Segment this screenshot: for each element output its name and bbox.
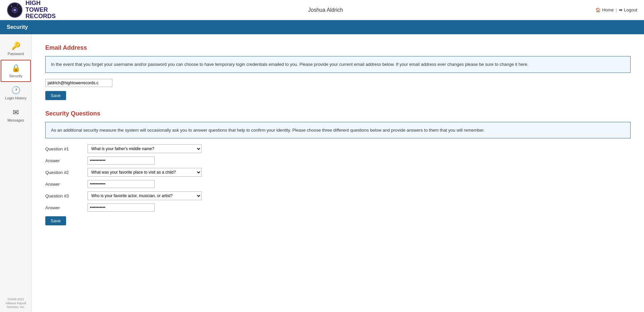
sidebar-item-login-history[interactable]: 🕐 Login History [1, 82, 31, 104]
key-icon: 🔑 [11, 42, 20, 50]
history-icon: 🕐 [11, 86, 20, 95]
sq-info-box: As an additional security measure the sy… [45, 122, 631, 139]
sidebar-item-password[interactable]: 🔑 Password [1, 38, 31, 60]
email-save-button[interactable]: Save [45, 91, 66, 100]
svg-text:★: ★ [19, 7, 20, 8]
sq-answer-label-2: Answer [45, 182, 82, 187]
layout: 🔑 Password 🔒 Security 🕐 Login History ✉ … [0, 34, 644, 312]
logo-icon: ★ ★ ★ [7, 2, 23, 18]
nav-divider: | [616, 7, 617, 12]
sidebar-item-messages-label: Messages [7, 118, 24, 122]
svg-text:★: ★ [17, 4, 18, 6]
email-address-section: Email Address In the event that you forg… [45, 44, 631, 100]
header: ★ ★ ★ HIGH TOWER RECORDS Joshua Aldrich … [0, 0, 644, 20]
sq-label-2: Question #2 [45, 170, 82, 175]
header-nav: 🏠 Home | ➡ Logout [595, 7, 637, 12]
sidebar-item-password-label: Password [8, 52, 24, 56]
sq-row-1: Question #1 What is your father's middle… [45, 144, 280, 153]
email-form-row [45, 79, 631, 87]
security-questions-section: Security Questions As an additional secu… [45, 110, 631, 226]
logout-link[interactable]: ➡ Logout [619, 7, 637, 12]
sidebar-item-login-history-label: Login History [5, 96, 26, 100]
page-header-bar: Security [0, 20, 644, 34]
home-link[interactable]: 🏠 Home [595, 7, 614, 12]
sq-label-1: Question #1 [45, 146, 82, 151]
sq-answer-input-3[interactable] [88, 204, 155, 212]
sq-answer-label-1: Answer [45, 158, 82, 163]
sidebar-item-messages[interactable]: ✉ Messages [1, 104, 31, 126]
page-header-title: Security [7, 24, 28, 30]
header-user-name: Joshua Aldrich [308, 7, 343, 13]
sq-row-2: Question #2 What is your father's middle… [45, 168, 280, 177]
email-section-title: Email Address [45, 44, 631, 51]
sq-answer-row-1: Answer [45, 157, 280, 165]
sq-answer-row-2: Answer [45, 180, 280, 188]
sidebar: 🔑 Password 🔒 Security 🕐 Login History ✉ … [0, 34, 32, 312]
sq-answer-label-3: Answer [45, 205, 82, 210]
sq-select-2[interactable]: What is your father's middle name? What … [88, 168, 202, 177]
sidebar-item-security-label: Security [9, 74, 22, 78]
home-icon: 🏠 [595, 7, 601, 12]
sq-answer-input-2[interactable] [88, 180, 155, 188]
sq-answer-row-3: Answer [45, 204, 280, 212]
envelope-icon: ✉ [13, 108, 19, 117]
sq-select-3[interactable]: What is your father's middle name? What … [88, 191, 202, 200]
sq-row-3: Question #3 What is your father's middle… [45, 191, 280, 200]
lock-icon: 🔒 [11, 64, 20, 73]
sidebar-item-security[interactable]: 🔒 Security [1, 60, 31, 82]
email-info-box: In the event that you forget your userna… [45, 56, 631, 73]
svg-point-3 [14, 9, 15, 10]
sq-select-1[interactable]: What is your father's middle name? What … [88, 144, 202, 153]
email-save-row: Save [45, 91, 631, 100]
sq-form: Question #1 What is your father's middle… [45, 144, 280, 225]
sq-label-3: Question #3 [45, 193, 82, 198]
logo-area: ★ ★ ★ HIGH TOWER RECORDS [7, 0, 56, 20]
logo-text: HIGH TOWER RECORDS [25, 0, 56, 20]
sq-section-title: Security Questions [45, 110, 631, 117]
sidebar-footer: ©2008-2022 Alliance Payroll Services, In… [0, 294, 32, 312]
sq-save-button[interactable]: Save [45, 216, 66, 225]
main-content: Email Address In the event that you forg… [32, 34, 644, 312]
sq-save-row: Save [45, 216, 280, 225]
sq-answer-input-1[interactable] [88, 157, 155, 165]
email-input[interactable] [45, 79, 112, 87]
logout-icon: ➡ [619, 7, 623, 12]
